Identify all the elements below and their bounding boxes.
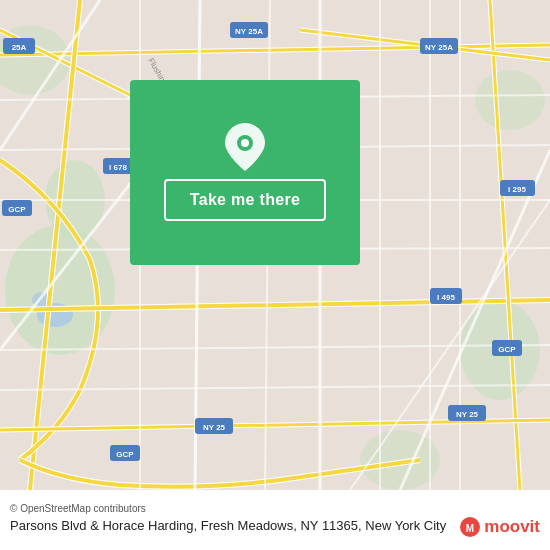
svg-text:I 495: I 495 [437, 293, 455, 302]
svg-text:M: M [466, 523, 474, 534]
svg-text:NY 25A: NY 25A [235, 27, 263, 36]
footer: © OpenStreetMap contributors Parsons Blv… [0, 490, 550, 550]
svg-text:GCP: GCP [116, 450, 134, 459]
take-me-there-button[interactable]: Take me there [164, 179, 326, 221]
svg-point-5 [475, 70, 545, 130]
svg-point-64 [241, 139, 249, 147]
svg-text:I 678: I 678 [109, 163, 127, 172]
map-container: 25A NY 25A NY 25A I 678 GCP GCP GCP I 49… [0, 0, 550, 490]
moovit-icon: M [459, 516, 481, 538]
location-pin-icon [223, 125, 267, 169]
svg-text:I 295: I 295 [508, 185, 526, 194]
svg-text:GCP: GCP [8, 205, 26, 214]
moovit-brand-text: moovit [484, 517, 540, 537]
footer-row: Parsons Blvd & Horace Harding, Fresh Mea… [10, 516, 540, 538]
attribution-text: © OpenStreetMap contributors [10, 503, 146, 514]
address-label: Parsons Blvd & Horace Harding, Fresh Mea… [10, 518, 446, 535]
map-attribution: © OpenStreetMap contributors [10, 503, 540, 514]
svg-text:NY 25A: NY 25A [425, 43, 453, 52]
moovit-logo: M moovit [459, 516, 540, 538]
cta-overlay: Take me there [130, 80, 360, 265]
svg-text:NY 25: NY 25 [456, 410, 479, 419]
svg-text:25A: 25A [12, 43, 27, 52]
svg-text:GCP: GCP [498, 345, 516, 354]
svg-text:NY 25: NY 25 [203, 423, 226, 432]
